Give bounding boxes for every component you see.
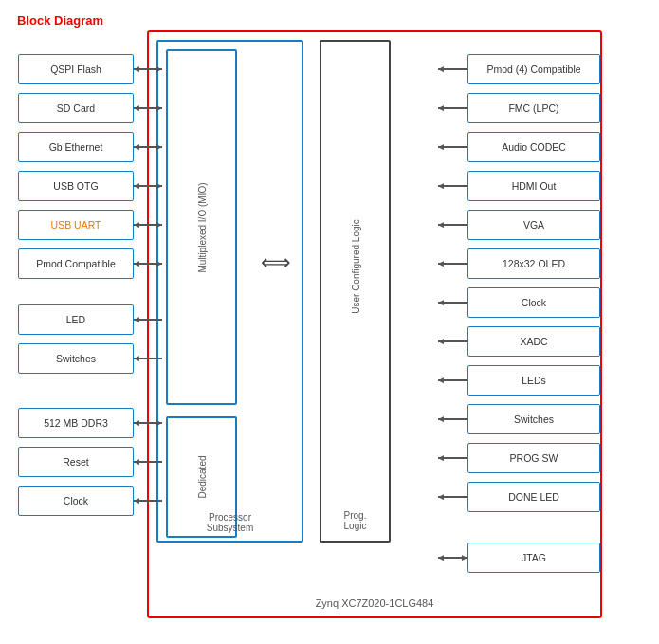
- arrow-reset: ◄: [134, 461, 162, 463]
- arrow-usbotg: ► ◄: [134, 185, 162, 187]
- zynq-label: Zynq XC7Z020-1CLG484: [149, 598, 600, 609]
- arrow-xadc: ◄: [438, 340, 467, 342]
- box-hdmi: HDMI Out: [467, 171, 600, 201]
- arrow-switches-right: ◄: [438, 418, 467, 420]
- box-switches-left: Switches: [18, 343, 134, 374]
- prog-logic-label: Prog. Logic: [321, 510, 389, 531]
- box-xadc: XADC: [467, 326, 600, 357]
- proc-subsystem-label: Processor Subsystem: [158, 512, 302, 533]
- arrow-pmod-left: ► ◄: [134, 263, 162, 265]
- box-switches-right: Switches: [467, 404, 600, 434]
- box-ddr3: 512 MB DDR3: [18, 408, 134, 438]
- arrow-hdmi: ◄: [438, 185, 467, 187]
- box-usbuart: USB UART: [18, 210, 134, 240]
- page-title: Block Diagram: [17, 13, 103, 28]
- arrow-vga: ◄: [438, 224, 467, 226]
- box-fmc: FMC (LPC): [467, 93, 600, 123]
- box-qspi: QSPI Flash: [18, 54, 134, 84]
- arrow-usbuart: ► ◄: [134, 224, 162, 226]
- box-audio: Audio CODEC: [467, 132, 600, 162]
- box-jtag: JTAG: [467, 543, 600, 573]
- arrow-ddr3: ► ◄: [134, 422, 162, 424]
- box-progsw: PROG SW: [467, 443, 600, 473]
- arrow-progsw: ◄: [438, 457, 467, 459]
- box-doneled: DONE LED: [467, 482, 600, 512]
- box-vga: VGA: [467, 210, 600, 240]
- prog-logic-box: User Configured Logic Prog. Logic: [320, 40, 391, 543]
- box-pmod-left: Pmod Compatible: [18, 248, 134, 279]
- box-clock-left: Clock: [18, 486, 134, 516]
- arrow-oled: ◄: [438, 263, 467, 265]
- arrow-fmc: ◄: [438, 107, 467, 109]
- box-leds-right: LEDs: [467, 365, 600, 396]
- box-led: LED: [18, 304, 134, 335]
- arrow-switches-left: ◄: [134, 358, 162, 359]
- proc-subsystem: Multiplexed I/O (MIO) Dedicated Processo…: [156, 40, 303, 543]
- arrow-clock-right: ◄: [438, 302, 467, 304]
- arrow-audio: ◄: [438, 146, 467, 148]
- box-oled: 128x32 OLED: [467, 248, 600, 279]
- dedicated-label: Dedicated: [196, 455, 207, 498]
- arrow-pmod-compat: ◄: [438, 68, 467, 70]
- arrow-leds-right: ◄: [438, 379, 467, 381]
- mio-label: Multiplexed I/O (MIO): [196, 182, 207, 272]
- box-ethernet: Gb Ethernet: [18, 132, 134, 162]
- arrow-qspi: ► ◄: [134, 68, 162, 70]
- arrow-ethernet: ► ◄: [134, 146, 162, 148]
- box-usbotg: USB OTG: [18, 171, 134, 201]
- box-sdcard: SD Card: [18, 93, 134, 123]
- box-reset: Reset: [18, 447, 134, 477]
- center-arrow: ⟺: [261, 250, 291, 275]
- mio-box: Multiplexed I/O (MIO): [166, 49, 237, 405]
- arrow-led: ◄: [134, 319, 162, 321]
- arrow-sdcard: ► ◄: [134, 107, 162, 109]
- arrow-jtag: ► ◄: [438, 557, 467, 559]
- box-clock-right: Clock: [467, 287, 600, 318]
- box-pmod-compat: Pmod (4) Compatible: [467, 54, 600, 84]
- user-logic-label: User Configured Logic: [350, 219, 360, 314]
- arrow-clock-left: ◄: [134, 500, 162, 502]
- arrow-doneled: ◄: [438, 496, 467, 498]
